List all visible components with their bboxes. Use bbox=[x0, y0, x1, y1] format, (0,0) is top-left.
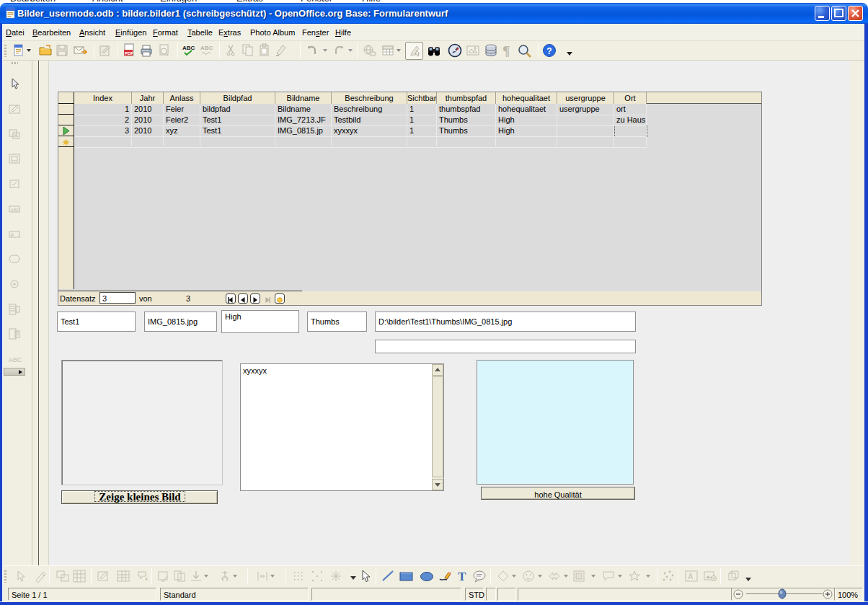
svg-text:ABC: ABC bbox=[200, 45, 213, 51]
svg-text:T: T bbox=[458, 570, 466, 583]
svg-text:¶: ¶ bbox=[502, 43, 510, 58]
svg-text:A: A bbox=[688, 573, 694, 580]
svg-text:#: # bbox=[11, 232, 14, 237]
svg-text:ABC: ABC bbox=[9, 356, 22, 363]
svg-text:ABC: ABC bbox=[11, 208, 20, 212]
svg-text:ABC: ABC bbox=[182, 45, 195, 51]
svg-text:PDF: PDF bbox=[125, 51, 133, 56]
svg-text:?: ? bbox=[546, 46, 552, 56]
